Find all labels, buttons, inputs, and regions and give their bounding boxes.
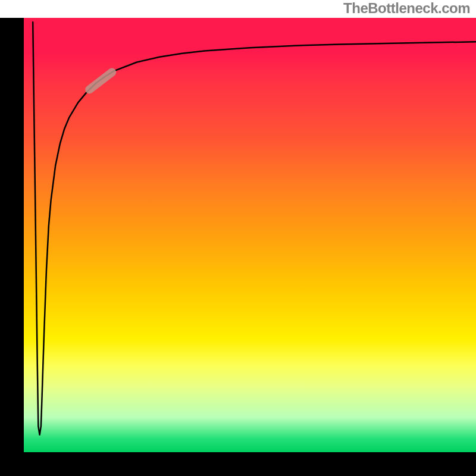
chart-frame xyxy=(0,18,476,476)
watermark-text: TheBottleneck.com xyxy=(343,0,470,17)
y-axis-bar xyxy=(0,18,24,452)
curve-svg xyxy=(24,18,476,452)
plot-area xyxy=(24,18,476,452)
x-axis-bar xyxy=(0,452,476,476)
highlighted-segment xyxy=(89,72,112,89)
